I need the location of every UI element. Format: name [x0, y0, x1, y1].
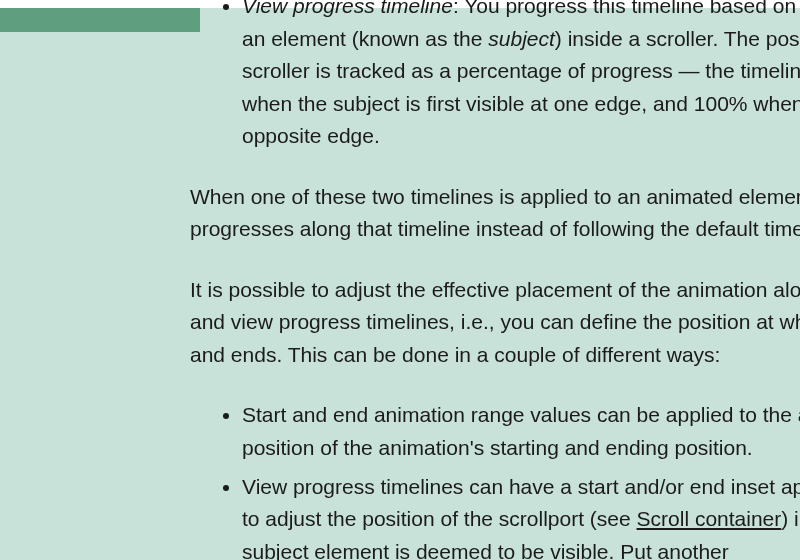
page: View progress timeline: You progress thi…	[0, 0, 800, 560]
sidebar-active-indicator	[0, 8, 200, 32]
list-item: View progress timeline: You progress thi…	[242, 0, 800, 153]
adjustment-ways-list: Start and end animation range values can…	[190, 399, 800, 560]
paragraph: When one of these two timelines is appli…	[190, 181, 800, 246]
term-subject: subject	[488, 27, 555, 50]
timeline-types-list: View progress timeline: You progress thi…	[190, 0, 800, 153]
scroll-container-link[interactable]: Scroll container	[637, 507, 782, 530]
term-view-progress: View progress timeline	[242, 0, 453, 17]
list-item: View progress timelines can have a start…	[242, 471, 800, 560]
paragraph: It is possible to adjust the effective p…	[190, 274, 800, 372]
list-item: Start and end animation range values can…	[242, 399, 800, 464]
article-content: View progress timeline: You progress thi…	[190, 0, 800, 560]
